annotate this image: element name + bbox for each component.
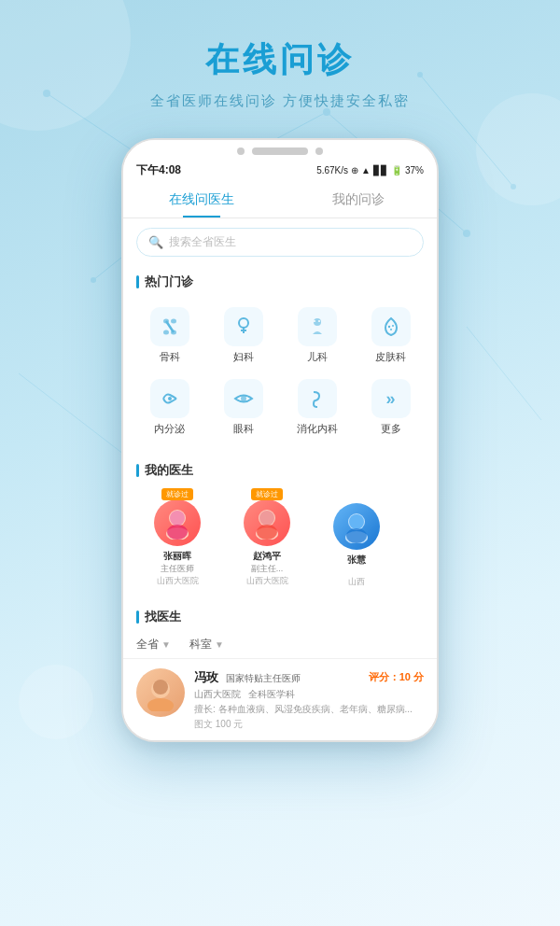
filter-dept-arrow: ▼ bbox=[215, 639, 224, 650]
svg-point-11 bbox=[511, 184, 516, 189]
dept-label-more: 更多 bbox=[381, 422, 401, 436]
header-section: 在线问诊 全省医师在线问诊 方便快捷安全私密 bbox=[0, 0, 560, 129]
svg-point-43 bbox=[147, 698, 174, 711]
dept-label-pediatric: 儿科 bbox=[307, 350, 328, 364]
network-speed: 5.67K/s bbox=[316, 165, 348, 175]
phone-mockup: 下午4:08 5.67K/s ⊕ ▲ ▊▊ 🔋 37% 在线问医生 我的问诊 🔍 bbox=[121, 138, 439, 742]
status-right: 5.67K/s ⊕ ▲ ▊▊ 🔋 37% bbox=[316, 165, 424, 175]
dept-label-gynecology: 妇科 bbox=[233, 350, 254, 364]
filter-row: 全省 ▼ 科室 ▼ bbox=[123, 631, 437, 659]
dept-label-dermatology: 皮肤科 bbox=[375, 350, 406, 364]
svg-point-41 bbox=[346, 528, 367, 543]
dept-icon-ophthalmology bbox=[224, 379, 263, 418]
section-bar-find-doctor bbox=[136, 610, 139, 624]
svg-point-22 bbox=[314, 318, 321, 326]
dept-item-endocrine[interactable]: 内分泌 bbox=[133, 372, 206, 443]
list-specialty-0: 擅长: 各种血液病、风湿免疫疾病、老年病、糖尿病... bbox=[194, 703, 424, 716]
search-placeholder: 搜索全省医生 bbox=[169, 234, 236, 250]
dept-item-more[interactable]: » 更多 bbox=[354, 372, 427, 443]
list-doctor-title-0: 国家特贴主任医师 bbox=[226, 673, 301, 683]
svg-point-9 bbox=[91, 277, 96, 283]
doctor-avatar-1 bbox=[244, 499, 290, 546]
my-doctor-title: 我的医生 bbox=[123, 455, 437, 484]
dept-item-gynecology[interactable]: 妇科 bbox=[206, 300, 280, 372]
dept-label-ophthalmology: 眼科 bbox=[233, 422, 254, 436]
search-icon: 🔍 bbox=[148, 235, 163, 249]
search-area: 🔍 搜索全省医生 bbox=[123, 218, 437, 266]
doctor-avatar-2 bbox=[333, 503, 380, 550]
doctor-title-2 bbox=[315, 567, 398, 576]
svg-point-44 bbox=[153, 680, 168, 694]
battery-level: 37% bbox=[405, 165, 424, 175]
filter-dept[interactable]: 科室 ▼ bbox=[189, 637, 224, 652]
doctor-hospital-2: 山西 bbox=[315, 576, 398, 588]
list-avatar-0 bbox=[136, 668, 185, 717]
dept-icon-gastro bbox=[298, 379, 337, 418]
svg-point-25 bbox=[387, 326, 389, 328]
search-box[interactable]: 🔍 搜索全省医生 bbox=[136, 228, 424, 257]
dept-item-ophthalmology[interactable]: 眼科 bbox=[206, 372, 280, 443]
dept-item-dermatology[interactable]: 皮肤科 bbox=[354, 300, 427, 372]
status-time: 下午4:08 bbox=[136, 162, 181, 178]
svg-point-33 bbox=[167, 525, 188, 540]
dept-icon-endocrine bbox=[150, 379, 189, 418]
find-doctor-section: 找医生 全省 ▼ 科室 ▼ bbox=[123, 601, 437, 740]
subtitle: 全省医师在线问诊 方便快捷安全私密 bbox=[19, 92, 541, 110]
doctor-title-1: 副主任... bbox=[226, 563, 308, 575]
svg-point-17 bbox=[171, 319, 176, 324]
doctor-card-2[interactable]: 张慧 山西 bbox=[315, 488, 398, 588]
dept-label-gastro: 消化内科 bbox=[297, 422, 338, 436]
doctor-name-0: 张丽晖 bbox=[136, 550, 218, 563]
my-doctor-section: 我的医生 就诊过 张丽晖 主任医师 山西大医院 就诊过 bbox=[123, 455, 437, 597]
phone-body: 下午4:08 5.67K/s ⊕ ▲ ▊▊ 🔋 37% 在线问医生 我的问诊 🔍 bbox=[121, 138, 439, 742]
svg-line-13 bbox=[467, 327, 541, 420]
notch-dot-1 bbox=[237, 147, 245, 155]
list-price-0: 图文 100 元 bbox=[194, 718, 424, 731]
svg-point-29 bbox=[241, 396, 246, 401]
doctor-list-item-0[interactable]: 冯玫 国家特贴主任医师 评分：10 分 山西大医院 全科医学科 擅长: 各种血液… bbox=[123, 659, 437, 740]
dept-item-pediatric[interactable]: 儿科 bbox=[280, 300, 354, 372]
svg-point-32 bbox=[170, 511, 185, 526]
status-bar: 下午4:08 5.67K/s ⊕ ▲ ▊▊ 🔋 37% bbox=[123, 159, 437, 182]
battery-icon: 🔋 bbox=[391, 165, 402, 175]
section-bar-my-doctor bbox=[136, 464, 139, 477]
tab-my-consultation[interactable]: 我的问诊 bbox=[280, 182, 437, 217]
section-bar-hot bbox=[136, 275, 139, 288]
list-name-row-0: 冯玫 国家特贴主任医师 评分：10 分 bbox=[194, 668, 424, 686]
notch-dot-2 bbox=[315, 147, 323, 155]
notch-line bbox=[252, 147, 308, 155]
tab-online-doctor[interactable]: 在线问医生 bbox=[123, 182, 280, 217]
doctor-name-1: 赵鸿平 bbox=[226, 550, 308, 563]
svg-point-8 bbox=[463, 230, 470, 237]
filter-province-arrow: ▼ bbox=[161, 639, 171, 650]
doctor-card-0[interactable]: 就诊过 张丽晖 主任医师 山西大医院 bbox=[136, 488, 218, 588]
doctor-name-2: 张慧 bbox=[315, 554, 398, 567]
doctor-avatar-0 bbox=[154, 499, 201, 546]
doctor-card-1[interactable]: 就诊过 赵鸿平 副主任... 山西大医院 bbox=[226, 488, 308, 588]
consulted-badge-0: 就诊过 bbox=[161, 488, 193, 500]
doctor-title-0: 主任医师 bbox=[136, 563, 218, 575]
dept-icon-pediatric bbox=[298, 307, 337, 346]
svg-point-40 bbox=[349, 514, 364, 529]
dept-icon-more: » bbox=[371, 379, 411, 418]
svg-point-36 bbox=[259, 511, 274, 526]
list-name-title-group: 冯玫 国家特贴主任医师 bbox=[194, 668, 301, 686]
svg-point-19 bbox=[239, 318, 248, 328]
doctor-cards-container: 就诊过 张丽晖 主任医师 山西大医院 就诊过 赵鸿平 副主任... bbox=[123, 484, 437, 597]
svg-point-26 bbox=[392, 325, 394, 327]
dept-label-endocrine: 内分泌 bbox=[154, 422, 185, 436]
main-title: 在线问诊 bbox=[19, 37, 541, 83]
doctor-hospital-0: 山西大医院 bbox=[136, 575, 218, 587]
dept-icon-bone bbox=[150, 307, 189, 346]
svg-point-28 bbox=[168, 397, 172, 400]
dept-item-gastro[interactable]: 消化内科 bbox=[280, 372, 354, 443]
svg-point-37 bbox=[257, 525, 277, 540]
signal-icon: ▊▊ bbox=[373, 165, 388, 175]
dept-icon-gynecology bbox=[224, 307, 263, 346]
filter-province[interactable]: 全省 ▼ bbox=[136, 637, 171, 652]
list-hospital-dept-0: 山西大医院 全科医学科 bbox=[194, 688, 424, 701]
hot-dept-section: 热门门诊 骨科 妇科 bbox=[123, 266, 437, 451]
alarm-icon: ⊕ bbox=[351, 165, 358, 175]
dept-label-bone: 骨科 bbox=[160, 350, 180, 364]
dept-item-bone[interactable]: 骨科 bbox=[133, 300, 206, 372]
